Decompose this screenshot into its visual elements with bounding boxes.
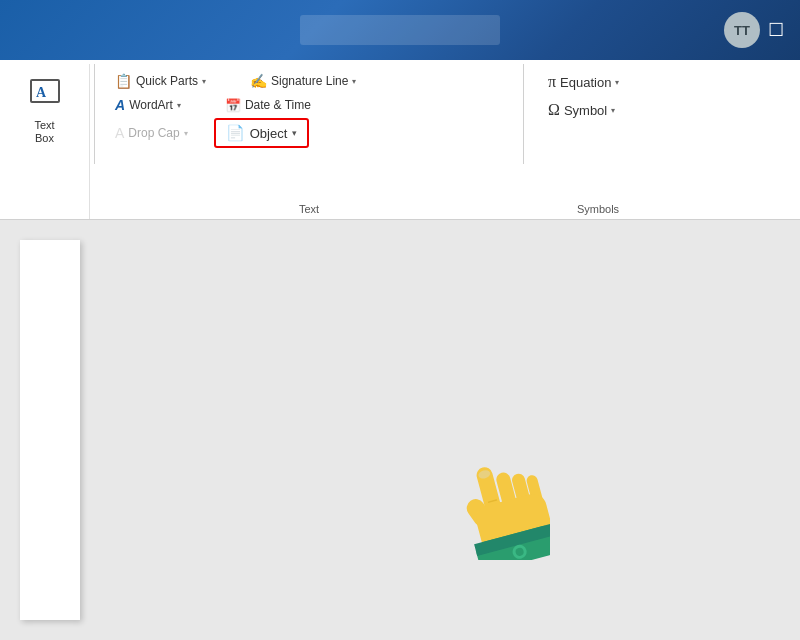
signature-line-button[interactable]: ✍ Signature Line ▾ [242,70,364,92]
text-group-rows: 📋 Quick Parts ▾ ✍ Signature Line ▾ A Wor… [107,70,511,199]
ribbon-separator-2 [523,64,524,164]
textbox-label: Text Box [34,119,54,145]
object-button[interactable]: 📄 Object ▾ [214,118,310,148]
title-bar-center-decoration [300,15,500,45]
equation-arrow: ▾ [615,78,619,87]
object-arrow: ▾ [292,128,297,138]
quick-parts-label: Quick Parts [136,74,198,88]
date-time-button[interactable]: 📅 Date & Time [217,95,319,116]
document-area [0,220,800,640]
wordart-label: WordArt [129,98,173,112]
textbox-button[interactable]: A Text Box [17,70,73,151]
avatar[interactable]: TT [724,12,760,48]
svg-rect-5 [511,472,533,511]
equation-button[interactable]: π Equation ▾ [540,70,656,94]
svg-rect-9 [474,524,550,560]
svg-point-13 [511,543,528,560]
wordart-icon: A [115,97,125,113]
svg-point-12 [478,469,492,480]
title-bar: TT ☐ [0,0,800,60]
avatar-initials: TT [734,23,750,38]
svg-point-14 [515,547,525,557]
signature-line-arrow: ▾ [352,77,356,86]
ribbon-row-3: A Drop Cap ▾ 📄 Object ▾ [107,118,511,148]
svg-rect-10 [474,524,550,556]
svg-rect-4 [495,471,519,513]
drop-cap-label: Drop Cap [128,126,179,140]
text-group-label: Text [107,199,511,215]
signature-line-icon: ✍ [250,73,267,89]
ribbon-symbols-group: π Equation ▾ Ω Symbol ▾ Symbols [528,64,668,219]
object-label: Object [250,126,288,141]
quick-parts-button[interactable]: 📋 Quick Parts ▾ [107,70,214,92]
date-time-label: Date & Time [245,98,311,112]
symbol-icon: Ω [548,101,560,119]
hand-cursor [450,450,550,560]
ribbon-group-textbox: A Text Box [0,64,90,219]
date-time-icon: 📅 [225,98,241,113]
ribbon: A Text Box 📋 Quick Parts ▾ [0,60,800,220]
svg-line-11 [489,500,497,502]
symbols-group-label: Symbols [540,199,656,215]
textbox-label-text: Text Box [34,119,54,144]
ribbon-text-group: 📋 Quick Parts ▾ ✍ Signature Line ▾ A Wor… [99,64,519,219]
drop-cap-arrow: ▾ [184,129,188,138]
ribbon-row-1: 📋 Quick Parts ▾ ✍ Signature Line ▾ [107,70,511,92]
wordart-arrow: ▾ [177,101,181,110]
drop-cap-icon: A [115,125,124,141]
ribbon-row-2: A WordArt ▾ 📅 Date & Time [107,94,511,116]
symbols-group-rows: π Equation ▾ Ω Symbol ▾ [540,70,656,199]
symbol-button[interactable]: Ω Symbol ▾ [540,98,656,122]
object-icon: 📄 [226,124,245,142]
signature-line-label: Signature Line [271,74,348,88]
window-control-icon[interactable]: ☐ [768,19,784,41]
document-page [20,240,80,620]
svg-rect-8 [473,491,550,558]
quick-parts-icon: 📋 [115,73,132,89]
ribbon-separator-1 [94,64,95,164]
drop-cap-button[interactable]: A Drop Cap ▾ [107,122,196,144]
equation-icon: π [548,73,556,91]
quick-parts-arrow: ▾ [202,77,206,86]
wordart-button[interactable]: A WordArt ▾ [107,94,189,116]
equation-label: Equation [560,75,611,90]
symbol-label: Symbol [564,103,607,118]
svg-text:A: A [36,85,47,100]
textbox-icon: A [29,76,61,115]
svg-rect-3 [475,465,502,513]
svg-rect-6 [525,474,544,508]
symbol-arrow: ▾ [611,106,615,115]
svg-rect-7 [463,496,495,531]
